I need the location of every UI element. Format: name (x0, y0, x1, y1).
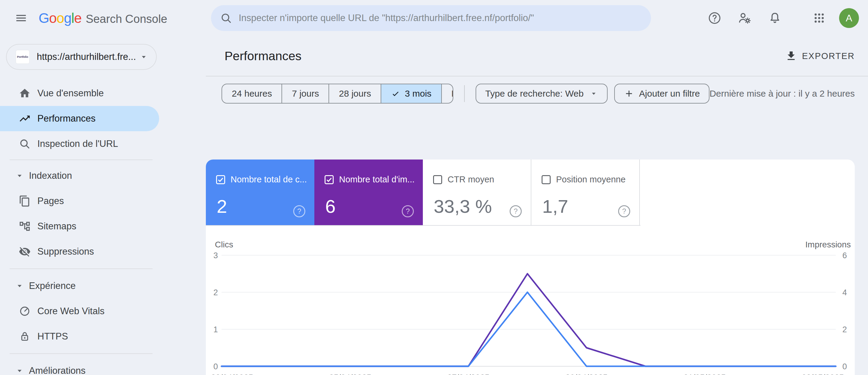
help-icon[interactable]: ? (293, 205, 305, 217)
sidebar-item-performance[interactable]: Performances (0, 106, 159, 131)
svg-text:23/04/2025: 23/04/2025 (211, 373, 253, 375)
help-icon[interactable]: ? (618, 205, 630, 217)
svg-text:3: 3 (213, 251, 218, 260)
sidebar: Portfolio https://arthurhilbert.fre... V… (0, 36, 203, 375)
help-icon[interactable]: ? (510, 205, 522, 217)
chevron-down-icon (139, 53, 148, 61)
caret-down-icon (16, 367, 24, 375)
svg-text:6: 6 (842, 251, 847, 260)
chip-more[interactable]: Plus (441, 84, 453, 103)
performance-panel: Nombre total de c... 2 ? Nombre total d'… (206, 160, 855, 375)
svg-text:0: 0 (842, 362, 847, 371)
chip-24-hours[interactable]: 24 heures (222, 84, 281, 103)
trending-up-icon (19, 112, 31, 125)
svg-text:2: 2 (213, 288, 218, 297)
search-icon (220, 12, 232, 24)
date-range-chip-group: 24 heures 7 jours 28 jours 3 mois Plus (221, 84, 453, 104)
google-apps-button[interactable] (808, 7, 830, 29)
sidebar-group-indexing[interactable]: Indexation (0, 163, 203, 189)
metric-card-total-clicks[interactable]: Nombre total de c... 2 ? (206, 160, 314, 225)
url-inspection-searchbar (211, 5, 651, 31)
sidebar-item-sitemaps[interactable]: Sitemaps (0, 214, 203, 239)
help-icon (708, 11, 721, 25)
metric-card-average-ctr[interactable]: CTR moyen 33,3 % ? (423, 160, 531, 225)
gauge-icon (19, 305, 31, 317)
svg-text:2: 2 (842, 325, 847, 334)
metric-cards: Nombre total de c... 2 ? Nombre total d'… (206, 160, 640, 225)
card-label: Nombre total de c... (230, 175, 307, 184)
sidebar-item-overview[interactable]: Vue d'ensemble (0, 81, 203, 106)
sidebar-divider (10, 353, 153, 354)
metric-card-average-position[interactable]: Position moyenne 1,7 ? (531, 160, 640, 225)
page-header: Performances EXPORTER (203, 36, 868, 76)
main-content: Performances EXPORTER 24 heures 7 jours … (203, 36, 868, 375)
svg-text:25/04/2025: 25/04/2025 (329, 373, 371, 375)
help-button[interactable] (704, 7, 725, 29)
lock-icon (19, 331, 31, 342)
metric-card-total-impressions[interactable]: Nombre total d'im... 6 ? (314, 160, 423, 225)
google-logo: Google (38, 10, 82, 26)
sidebar-divider (10, 269, 153, 269)
user-settings-button[interactable] (734, 7, 755, 29)
product-name: Search Console (86, 13, 167, 26)
svg-text:29/04/2025: 29/04/2025 (565, 373, 608, 375)
chip-7-days[interactable]: 7 jours (281, 84, 329, 103)
svg-text:Clics: Clics (215, 240, 233, 249)
top-app-bar: Google Search Console (0, 0, 868, 36)
search-icon (19, 138, 31, 150)
bell-icon (768, 11, 782, 25)
pages-icon (19, 195, 31, 207)
caret-down-icon (590, 90, 598, 98)
svg-text:27/04/2025: 27/04/2025 (447, 373, 490, 375)
checkbox-checked-icon[interactable] (324, 175, 334, 184)
page-title: Performances (224, 49, 301, 63)
sidebar-divider (10, 160, 153, 160)
property-selector[interactable]: Portfolio https://arthurhilbert.fre... (6, 44, 157, 70)
url-inspection-input[interactable] (239, 13, 642, 24)
chip-3-months[interactable]: 3 mois (381, 84, 441, 103)
hamburger-icon (15, 12, 27, 24)
svg-text:0: 0 (213, 362, 218, 371)
checkbox-empty-icon[interactable] (433, 175, 442, 184)
chip-28-days[interactable]: 28 jours (329, 84, 381, 103)
property-url: https://arthurhilbert.fre... (37, 52, 139, 62)
header-divider (206, 76, 868, 76)
sidebar-group-experience[interactable]: Expérience (0, 273, 203, 299)
home-icon (19, 87, 31, 99)
plus-icon (624, 89, 634, 99)
sidebar-group-enhancements[interactable]: Améliorations (0, 358, 203, 375)
svg-text:01/05/2025: 01/05/2025 (684, 373, 726, 375)
card-value: 1,7 (542, 196, 568, 217)
filter-bar: 24 heures 7 jours 28 jours 3 mois Plus T… (221, 84, 855, 104)
svg-text:03/05/2025: 03/05/2025 (802, 373, 844, 375)
add-filter-button[interactable]: Ajouter un filtre (614, 84, 710, 104)
card-label: Nombre total d'im... (339, 175, 415, 184)
caret-down-icon (16, 282, 24, 290)
performance-chart[interactable]: 36241200ClicsImpressions23/04/202525/04/… (206, 226, 855, 375)
sidebar-item-removals[interactable]: Suppressions (0, 239, 203, 264)
card-value: 2 (217, 196, 227, 217)
sidebar-item-core-web-vitals[interactable]: Core Web Vitals (0, 299, 203, 324)
card-label: Position moyenne (556, 175, 626, 184)
search-type-dropdown[interactable]: Type de recherche: Web (475, 84, 608, 104)
eye-off-icon (19, 246, 31, 258)
account-avatar[interactable]: A (839, 8, 859, 28)
checkbox-empty-icon[interactable] (541, 175, 551, 184)
export-button[interactable]: EXPORTER (780, 50, 855, 62)
card-value: 33,3 % (434, 196, 492, 217)
sidebar-item-url-inspection[interactable]: Inspection de l'URL (0, 131, 203, 157)
card-value: 6 (325, 196, 336, 217)
property-favicon: Portfolio (16, 50, 30, 64)
sidebar-item-pages[interactable]: Pages (0, 189, 203, 214)
sidebar-item-https[interactable]: HTTPS (0, 324, 203, 349)
checkbox-checked-icon[interactable] (216, 175, 225, 184)
vertical-divider (464, 85, 465, 102)
topbar-actions: A (695, 7, 859, 29)
google-search-console-logo: Google Search Console (38, 10, 167, 26)
check-icon (391, 89, 400, 98)
menu-button[interactable] (10, 7, 32, 29)
help-icon[interactable]: ? (402, 205, 414, 217)
notifications-button[interactable] (764, 7, 786, 29)
apps-grid-icon (812, 11, 826, 25)
card-label: CTR moyen (447, 175, 494, 184)
